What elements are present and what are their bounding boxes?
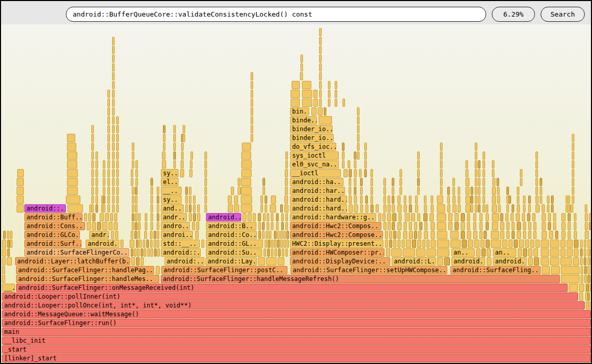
flame-cell[interactable] xyxy=(114,213,117,221)
flame-cell[interactable] xyxy=(585,222,588,230)
flame-cell[interactable] xyxy=(265,204,267,213)
flame-cell[interactable] xyxy=(185,195,188,204)
flame-cell[interactable] xyxy=(397,240,401,248)
flame-cell[interactable] xyxy=(319,46,322,54)
flame-cell[interactable] xyxy=(136,257,140,265)
flame-cell[interactable] xyxy=(67,143,76,151)
flame-cell[interactable] xyxy=(266,231,268,239)
flame-cell[interactable] xyxy=(461,213,465,221)
flame-cell[interactable] xyxy=(132,213,134,221)
flame-cell[interactable] xyxy=(409,231,413,239)
flame-cell[interactable] xyxy=(540,195,542,204)
flame-cell[interactable] xyxy=(150,178,153,186)
flame-cell[interactable] xyxy=(251,107,253,116)
flame-cell[interactable] xyxy=(354,160,356,169)
flame-cell[interactable] xyxy=(475,143,477,151)
flame-cell[interactable] xyxy=(475,160,477,169)
flame-cell[interactable] xyxy=(2,257,6,265)
flame-cell[interactable]: android::SurfaceFlinger::handleMes.. xyxy=(16,275,159,283)
flame-cell[interactable] xyxy=(417,240,421,248)
flame-cell[interactable] xyxy=(535,240,540,248)
flame-cell[interactable] xyxy=(231,187,234,195)
flame-cell[interactable] xyxy=(508,240,513,248)
flame-cell[interactable] xyxy=(116,204,119,213)
flame-cell[interactable] xyxy=(542,266,550,274)
flame-cell[interactable] xyxy=(584,240,586,248)
flame-cell[interactable] xyxy=(587,292,590,301)
flame-cell[interactable] xyxy=(349,178,351,186)
flame-cell[interactable] xyxy=(424,222,428,230)
flame-cell[interactable] xyxy=(486,204,488,213)
flame-cell[interactable] xyxy=(91,143,94,151)
flame-cell[interactable] xyxy=(581,266,583,274)
flame-cell[interactable] xyxy=(360,204,363,213)
flame-cell[interactable] xyxy=(561,266,580,274)
flame-cell[interactable] xyxy=(260,204,263,213)
flame-cell[interactable] xyxy=(519,240,524,248)
flame-cell[interactable] xyxy=(107,99,110,107)
flame-cell[interactable] xyxy=(91,160,94,169)
flame-cell[interactable] xyxy=(455,222,459,230)
flame-cell[interactable] xyxy=(173,134,176,142)
flame-cell[interactable] xyxy=(409,204,412,213)
flame-cell[interactable] xyxy=(302,90,312,98)
flame-cell[interactable] xyxy=(547,204,549,213)
flame-cell[interactable] xyxy=(497,195,500,204)
flame-cell[interactable] xyxy=(328,81,331,89)
flame-cell[interactable] xyxy=(150,240,153,248)
flame-cell[interactable] xyxy=(251,90,253,98)
flame-cell[interactable] xyxy=(284,195,288,204)
flame-cell[interactable] xyxy=(112,46,115,54)
flame-cell[interactable] xyxy=(560,240,566,248)
flame-cell[interactable] xyxy=(91,134,94,142)
flame-cell[interactable] xyxy=(349,169,352,177)
flame-cell[interactable] xyxy=(518,248,522,257)
flame-cell[interactable] xyxy=(491,240,501,248)
flame-cell[interactable] xyxy=(107,195,110,204)
flame-cell[interactable] xyxy=(103,169,105,177)
flame-cell[interactable]: android::SurfaceFlinger::run() xyxy=(2,319,591,327)
flame-cell[interactable]: andr.. xyxy=(161,213,187,221)
flame-cell[interactable] xyxy=(285,248,288,257)
flame-cell[interactable] xyxy=(419,222,422,230)
flame-cell[interactable]: android::SurfaceFlinger::onMessageReceiv… xyxy=(16,284,568,292)
flame-cell[interactable] xyxy=(173,125,176,133)
flame-cell[interactable] xyxy=(328,90,331,98)
flame-cell[interactable] xyxy=(465,204,471,213)
flame-cell[interactable] xyxy=(204,169,207,177)
flame-cell[interactable] xyxy=(492,160,494,169)
flame-cell[interactable]: android::.. xyxy=(161,248,201,257)
flame-cell[interactable] xyxy=(540,178,542,186)
flame-cell[interactable] xyxy=(550,248,559,257)
flame-cell[interactable] xyxy=(417,169,420,177)
flame-cell[interactable] xyxy=(440,178,443,186)
flame-cell[interactable] xyxy=(414,231,417,239)
flame-cell[interactable] xyxy=(67,160,77,169)
flame-cell[interactable] xyxy=(17,169,24,177)
flame-cell[interactable] xyxy=(580,257,583,265)
search-button[interactable]: Search xyxy=(541,7,585,22)
flame-cell[interactable] xyxy=(409,195,411,204)
flame-cell[interactable] xyxy=(131,231,133,239)
flame-cell[interactable]: __libc_init xyxy=(2,337,591,345)
flame-cell[interactable]: and.. xyxy=(161,204,184,213)
flame-cell[interactable] xyxy=(100,213,104,221)
flame-cell[interactable] xyxy=(357,116,360,124)
flame-cell[interactable] xyxy=(204,160,207,169)
flame-cell[interactable] xyxy=(112,195,115,204)
flame-cell[interactable] xyxy=(146,240,149,248)
flame-cell[interactable] xyxy=(107,178,110,186)
flame-cell[interactable] xyxy=(392,204,395,213)
flame-cell[interactable] xyxy=(452,204,457,213)
flame-cell[interactable] xyxy=(135,195,137,204)
flame-cell[interactable] xyxy=(137,231,140,239)
flame-cell[interactable] xyxy=(357,134,360,142)
flame-cell[interactable]: android::Looper::pollOnce(int, int*, int… xyxy=(2,301,585,310)
flame-cell[interactable] xyxy=(475,151,477,160)
flame-cell[interactable] xyxy=(267,213,269,221)
flame-cell[interactable] xyxy=(478,178,480,186)
flame-cell[interactable] xyxy=(572,151,574,160)
flame-cell[interactable] xyxy=(112,160,115,169)
flame-cell[interactable] xyxy=(378,213,381,221)
flame-cell[interactable] xyxy=(107,143,110,151)
